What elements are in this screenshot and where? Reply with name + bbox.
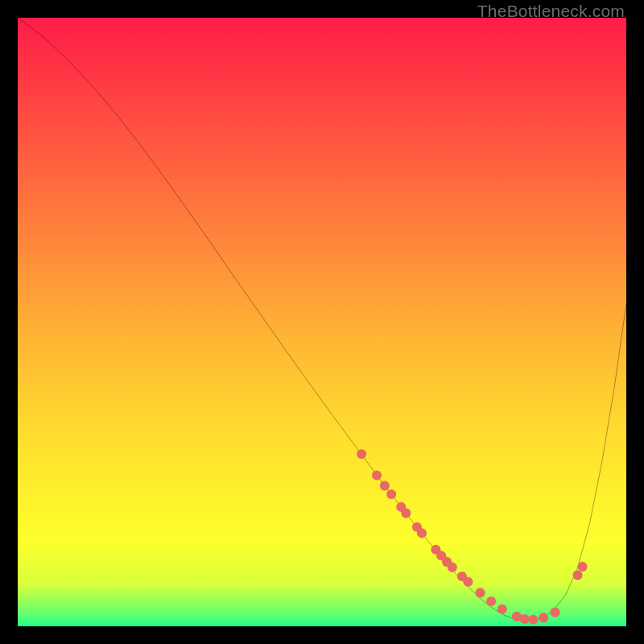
bottleneck-curve — [18, 18, 626, 621]
highlight-dot — [417, 528, 427, 538]
chart-stage: TheBottleneck.com — [0, 0, 644, 644]
highlight-dot — [486, 597, 496, 606]
highlight-dot — [401, 508, 411, 518]
highlight-dot — [520, 614, 530, 624]
highlight-dot — [372, 470, 382, 480]
plot-area — [18, 18, 626, 626]
highlight-dot — [539, 613, 548, 622]
highlight-dot — [380, 481, 390, 490]
highlight-dot — [528, 615, 538, 625]
highlight-dot — [463, 577, 473, 587]
highlight-dot — [551, 608, 560, 617]
highlight-dot — [448, 563, 457, 572]
highlight-dot — [476, 588, 485, 597]
highlight-dot — [572, 570, 582, 580]
curve-layer — [18, 18, 626, 626]
highlight-dot — [357, 449, 366, 459]
highlight-dot — [386, 489, 396, 499]
highlight-dot — [497, 605, 507, 614]
highlight-dots — [357, 449, 588, 625]
highlight-dot — [578, 562, 588, 572]
